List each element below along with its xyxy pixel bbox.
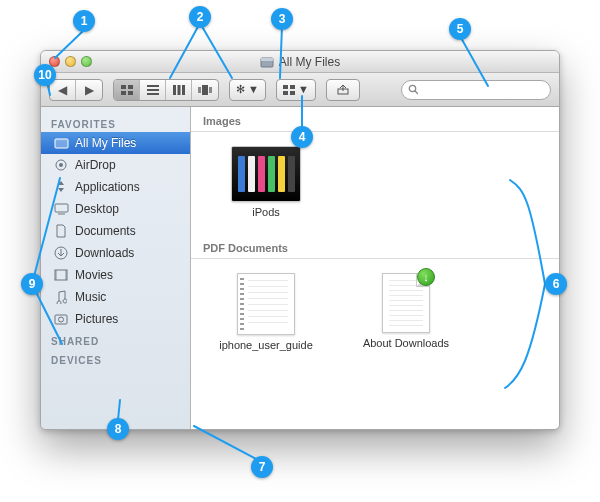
sidebar-item-all-my-files[interactable]: All My Files: [41, 132, 190, 154]
sidebar-item-documents[interactable]: Documents: [41, 220, 190, 242]
svg-rect-12: [128, 91, 133, 95]
callout-8: 8: [107, 418, 129, 440]
applications-icon: [53, 179, 69, 195]
sidebar-item-movies[interactable]: Movies: [41, 264, 190, 286]
all-my-files-icon: [53, 135, 69, 151]
search-icon: [408, 84, 418, 95]
sidebar-item-label: Applications: [75, 180, 140, 194]
svg-rect-22: [283, 85, 288, 89]
svg-rect-38: [65, 270, 67, 280]
sidebar-item-label: Documents: [75, 224, 136, 238]
downloads-icon: [53, 245, 69, 261]
svg-rect-13: [147, 85, 159, 87]
zoom-button[interactable]: [81, 56, 92, 67]
pdf-thumbnail: [237, 273, 295, 335]
action-menu-button[interactable]: ✻▼: [229, 79, 266, 101]
svg-line-28: [415, 91, 418, 94]
svg-rect-25: [290, 91, 295, 95]
airdrop-icon: [53, 157, 69, 173]
forward-button[interactable]: ▶: [76, 80, 102, 100]
sidebar-item-label: Pictures: [75, 312, 118, 326]
gear-icon: ✻: [236, 84, 245, 95]
traffic-lights: [49, 56, 92, 67]
file-item[interactable]: ↓ About Downloads: [351, 273, 461, 351]
share-button[interactable]: [326, 79, 360, 101]
svg-line-4: [194, 426, 262, 462]
nav-buttons: ◀ ▶: [49, 79, 103, 101]
movies-icon: [53, 267, 69, 283]
svg-rect-21: [209, 87, 212, 93]
arrange-icon: [283, 85, 295, 95]
pictures-icon: [53, 311, 69, 327]
view-list-button[interactable]: [140, 80, 166, 100]
arrange-menu-button[interactable]: ▼: [276, 79, 316, 101]
columns-icon: [173, 85, 185, 95]
view-column-button[interactable]: [166, 80, 192, 100]
svg-rect-39: [55, 315, 67, 324]
svg-rect-18: [182, 85, 185, 95]
minimize-button[interactable]: [65, 56, 76, 67]
sidebar-item-label: AirDrop: [75, 158, 116, 172]
callout-3: 3: [271, 8, 293, 30]
svg-rect-24: [283, 91, 288, 95]
desktop-icon: [53, 201, 69, 217]
search-field[interactable]: [401, 80, 551, 100]
callout-10: 10: [34, 64, 56, 86]
svg-rect-16: [173, 85, 176, 95]
callout-6: 6: [545, 273, 567, 295]
sidebar-header-favorites: FAVORITES: [41, 113, 190, 132]
window-title: All My Files: [279, 55, 340, 69]
svg-rect-23: [290, 85, 295, 89]
svg-point-27: [409, 85, 415, 91]
svg-rect-7: [261, 58, 273, 67]
chevron-left-icon: ◀: [58, 83, 67, 97]
pdf-thumbnail: ↓: [382, 273, 430, 333]
callout-7: 7: [251, 456, 273, 478]
callout-4: 4: [291, 126, 313, 148]
sidebar-item-pictures[interactable]: Pictures: [41, 308, 190, 330]
download-badge-icon: ↓: [417, 268, 435, 286]
content-area: Images: [191, 107, 559, 429]
sidebar-item-label: Desktop: [75, 202, 119, 216]
sidebar-item-label: Downloads: [75, 246, 134, 260]
documents-icon: [53, 223, 69, 239]
group-divider: [191, 131, 559, 132]
chevron-down-icon: ▼: [248, 84, 259, 95]
sidebar-item-applications[interactable]: Applications: [41, 176, 190, 198]
callout-9: 9: [21, 273, 43, 295]
sidebar-item-label: All My Files: [75, 136, 136, 150]
file-item[interactable]: iPods: [211, 146, 321, 218]
callout-5: 5: [449, 18, 471, 40]
toolbar: ◀ ▶ ✻▼ ▼: [41, 73, 559, 107]
svg-rect-14: [147, 89, 159, 91]
search-input[interactable]: [422, 84, 544, 96]
chevron-down-icon: ▼: [298, 84, 309, 95]
sidebar-item-desktop[interactable]: Desktop: [41, 198, 190, 220]
file-label: iphone_user_guide: [219, 339, 313, 351]
sidebar-item-label: Movies: [75, 268, 113, 282]
music-icon: [53, 289, 69, 305]
share-icon: [337, 85, 349, 95]
view-switcher: [113, 79, 219, 101]
sidebar-item-airdrop[interactable]: AirDrop: [41, 154, 190, 176]
titlebar[interactable]: All My Files: [41, 51, 559, 73]
view-icon-button[interactable]: [114, 80, 140, 100]
grid-icon: [121, 85, 133, 95]
callout-2: 2: [189, 6, 211, 28]
svg-rect-20: [202, 85, 208, 95]
svg-point-40: [59, 317, 64, 322]
sidebar-header-devices: DEVICES: [41, 349, 190, 368]
sidebar-item-music[interactable]: Music: [41, 286, 190, 308]
svg-rect-33: [55, 204, 68, 212]
file-item[interactable]: iphone_user_guide: [211, 273, 321, 351]
view-coverflow-button[interactable]: [192, 80, 218, 100]
list-icon: [147, 85, 159, 95]
title-icon: [260, 56, 274, 68]
sidebar-item-downloads[interactable]: Downloads: [41, 242, 190, 264]
file-label: iPods: [252, 206, 280, 218]
sidebar: FAVORITES All My Files AirDrop Applicati…: [41, 107, 191, 429]
back-button[interactable]: ◀: [50, 80, 76, 100]
svg-point-31: [59, 163, 63, 167]
file-label: About Downloads: [363, 337, 449, 349]
image-thumbnail: [231, 146, 301, 202]
